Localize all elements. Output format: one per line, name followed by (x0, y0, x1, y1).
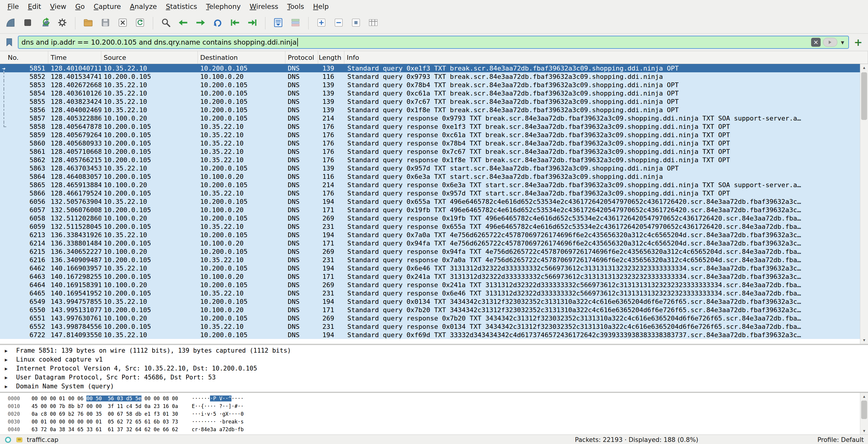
packet-list-scrollbar[interactable]: ▲▼ (860, 64, 868, 344)
save-file-button[interactable] (97, 15, 114, 31)
packet-row[interactable]: 6462140.16690395710.35.22.1010.200.0.105… (0, 264, 868, 272)
column-header-time[interactable]: Time (48, 51, 101, 64)
packet-bytes-scrollbar[interactable]: ▲▼ (860, 393, 868, 435)
packet-row[interactable]: 6213136.33843192610.35.22.1010.200.0.105… (0, 231, 868, 239)
packet-row[interactable]: 6058132.51120286010.100.0.2010.200.0.105… (0, 214, 868, 222)
packet-row[interactable]: 5854128.40361012610.35.22.1010.200.0.105… (0, 89, 868, 97)
packet-row[interactable]: 6215136.34065222710.100.0.2010.200.0.105… (0, 247, 868, 255)
expand-arrow-icon[interactable]: ▸ (5, 374, 16, 381)
menu-go[interactable]: Go (71, 3, 89, 10)
detail-line[interactable]: ▸Frame 5851: 139 bytes on wire (1112 bit… (0, 346, 868, 355)
packet-row[interactable]: 5852128.40153474110.200.0.10510.100.0.20… (0, 72, 868, 81)
packet-row[interactable]: 5866128.46617952410.200.0.10510.35.22.10… (0, 189, 868, 197)
filter-dropdown-button[interactable]: ▾ (840, 39, 845, 46)
packet-row[interactable]: 6056132.50576390410.35.22.1010.200.0.105… (0, 197, 868, 206)
column-header-destination[interactable]: Destination (198, 51, 285, 64)
detail-line[interactable]: ▸User Datagram Protocol, Src Port: 45686… (0, 373, 868, 382)
packet-row[interactable]: 6549143.99475785510.35.22.1010.200.0.105… (0, 297, 868, 306)
packet-row[interactable]: 6057132.50607600810.200.0.10510.100.0.20… (0, 206, 868, 214)
expand-arrow-icon[interactable]: ▸ (5, 383, 16, 389)
scroll-up-button[interactable]: ▲ (860, 64, 868, 71)
zoom-in-button[interactable] (313, 15, 330, 31)
packet-row[interactable]: 6551143.99763076110.100.0.2010.200.0.105… (0, 314, 868, 322)
profile-button[interactable]: Profile: Default (817, 436, 864, 443)
capture-comment-icon[interactable] (16, 436, 23, 444)
packet-row[interactable]: →5851128.40104071110.35.22.1010.200.0.10… (0, 64, 868, 72)
column-header-length[interactable]: Length (318, 51, 344, 64)
find-packet-button[interactable] (158, 15, 174, 31)
expand-arrow-icon[interactable]: ▸ (5, 365, 16, 372)
packet-row[interactable]: 5858128.40564787810.200.0.10510.35.22.10… (0, 122, 868, 131)
menu-help[interactable]: Help (309, 3, 333, 10)
packet-row[interactable]: 5859128.40567926410.200.0.10510.35.22.10… (0, 131, 868, 139)
hex-row[interactable]: 003000 01 00 00 00 00 00 01 05 62 72 65 … (0, 418, 868, 425)
packet-row[interactable]: 6214136.33880148410.200.0.10510.100.0.20… (0, 239, 868, 247)
packet-row[interactable]: 6465140.16954195210.200.0.10510.35.22.10… (0, 289, 868, 297)
menu-capture[interactable]: Capture (89, 3, 125, 10)
packet-row[interactable]: 5865128.46591388410.100.0.2010.200.0.105… (0, 181, 868, 189)
go-back-button[interactable] (175, 15, 191, 31)
scroll-thumb[interactable] (861, 72, 867, 120)
packet-row[interactable]: 5862128.40576621510.200.0.10510.35.22.10… (0, 156, 868, 164)
column-header-info[interactable]: Info (344, 51, 868, 64)
column-header-source[interactable]: Source (101, 51, 198, 64)
restart-capture-button[interactable] (37, 15, 53, 31)
packet-row[interactable]: 6464140.16915839110.100.0.2010.200.0.105… (0, 281, 868, 289)
menu-telephony[interactable]: Telephony (202, 3, 245, 10)
go-forward-button[interactable] (192, 15, 209, 31)
menu-statistics[interactable]: Statistics (161, 3, 202, 10)
expand-arrow-icon[interactable]: ▸ (5, 347, 16, 354)
go-first-button[interactable] (227, 15, 243, 31)
detail-line[interactable]: ▸Internet Protocol Version 4, Src: 10.35… (0, 364, 868, 373)
expert-info-icon[interactable] (4, 436, 12, 444)
hex-row[interactable]: 001045 00 00 7b 8b b7 00 00 3f 11 c4 5d … (0, 402, 868, 410)
packet-row[interactable]: 5855128.40382342410.35.22.1010.200.0.105… (0, 97, 868, 106)
packet-row[interactable]: 6722147.81409355010.35.22.1010.200.0.105… (0, 331, 868, 339)
packet-row[interactable]: 6552143.99878455610.200.0.10510.35.22.10… (0, 322, 868, 331)
hex-row[interactable]: 00200a c8 00 69 b2 76 00 35 00 67 58 db … (0, 410, 868, 418)
packet-row[interactable]: 5860128.40568093310.200.0.10510.35.22.10… (0, 139, 868, 147)
display-filter-input[interactable]: dns and ip.addr == 10.200.0.105 and dns.… (18, 36, 849, 49)
column-header-no[interactable]: No. (0, 51, 48, 64)
scroll-down-button[interactable]: ▼ (860, 427, 868, 435)
go-last-button[interactable] (244, 15, 260, 31)
packet-row[interactable]: 6059132.51152804510.200.0.10510.35.22.10… (0, 222, 868, 231)
packet-row[interactable]: 5861128.40571066810.200.0.10510.35.22.10… (0, 147, 868, 156)
zoom-original-button[interactable] (348, 15, 364, 31)
filter-add-button[interactable]: + (852, 36, 864, 48)
hex-row[interactable]: 004063 72 0a 38 34 65 33 61 61 37 32 64 … (0, 425, 868, 433)
stop-capture-button[interactable] (20, 15, 36, 31)
menu-view[interactable]: View (45, 3, 71, 10)
hex-row[interactable]: 000000 00 00 01 00 06 00 50 56 03 d5 5e … (0, 395, 868, 402)
packet-row[interactable]: 5853128.40267266810.35.22.1010.200.0.105… (0, 81, 868, 89)
menu-edit[interactable]: Edit (24, 3, 46, 10)
go-to-packet-button[interactable] (210, 15, 226, 31)
open-file-button[interactable] (80, 15, 96, 31)
detail-line[interactable]: ▸Domain Name System (query) (0, 382, 868, 391)
start-capture-button[interactable] (2, 15, 19, 31)
filter-bookmark-icon[interactable] (4, 37, 15, 48)
menu-tools[interactable]: Tools (283, 3, 309, 10)
filter-apply-button[interactable] (823, 38, 837, 47)
packet-row[interactable]: 5857128.40532288610.100.0.2010.200.0.105… (0, 114, 868, 122)
packet-row[interactable]: 5864128.46408305710.200.0.10510.100.0.20… (0, 172, 868, 181)
scroll-thumb[interactable] (861, 401, 867, 419)
menu-wireless[interactable]: Wireless (245, 3, 283, 10)
menu-analyze[interactable]: Analyze (125, 3, 161, 10)
auto-scroll-button[interactable] (270, 15, 286, 31)
packet-row[interactable]: 5856128.40400246910.35.22.1010.200.0.105… (0, 106, 868, 114)
close-file-button[interactable] (115, 15, 131, 31)
capture-options-button[interactable] (54, 15, 70, 31)
scroll-up-button[interactable]: ▲ (860, 393, 868, 400)
column-header-protocol[interactable]: Protocol (285, 51, 318, 64)
packet-row[interactable]: 6463140.16729825510.200.0.10510.100.0.20… (0, 272, 868, 281)
filter-clear-button[interactable]: × (811, 38, 820, 47)
resize-columns-button[interactable] (365, 15, 381, 31)
colorize-packets-button[interactable] (287, 15, 304, 31)
menu-file[interactable]: File (3, 3, 24, 10)
detail-line[interactable]: ▸Linux cooked capture v1 (0, 355, 868, 364)
packet-row[interactable]: 6550143.99513107710.200.0.10510.100.0.20… (0, 306, 868, 314)
packet-row[interactable]: 6216136.34090948710.200.0.10510.35.22.10… (0, 255, 868, 264)
reload-file-button[interactable] (132, 15, 148, 31)
expand-arrow-icon[interactable]: ▸ (5, 356, 16, 363)
